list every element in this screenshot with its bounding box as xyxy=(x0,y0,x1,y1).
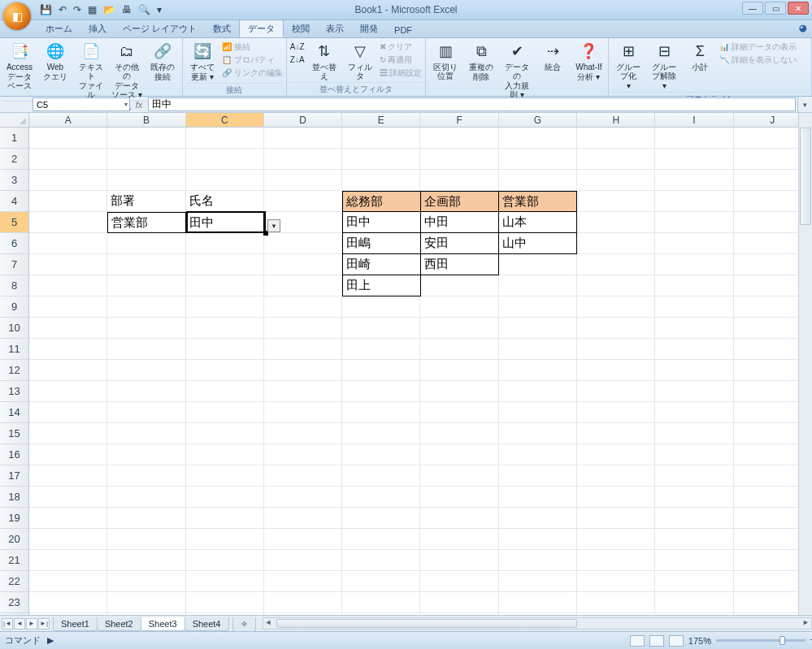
ribbon-btn-データの[interactable]: ✔ データの入力規則 ▾ xyxy=(501,41,533,101)
cell-G20[interactable] xyxy=(499,529,577,550)
horizontal-scroll-thumb[interactable] xyxy=(276,619,578,628)
cell-B2[interactable] xyxy=(107,149,185,170)
cell-D20[interactable] xyxy=(264,529,342,550)
tab-nav-next-icon[interactable]: ► xyxy=(26,618,37,630)
cell-B23[interactable] xyxy=(107,592,185,613)
cell-H16[interactable] xyxy=(577,444,655,465)
cell-H3[interactable] xyxy=(577,170,655,191)
cell-F7[interactable]: 西田 xyxy=(421,254,499,275)
cell-I18[interactable] xyxy=(655,487,733,508)
cell-E5[interactable]: 田中 xyxy=(342,212,420,233)
cell-E13[interactable] xyxy=(342,381,420,402)
cell-D2[interactable] xyxy=(264,149,342,170)
cell-A18[interactable] xyxy=(29,487,107,508)
cell-D13[interactable] xyxy=(264,381,342,402)
cell-H10[interactable] xyxy=(577,318,655,339)
cell-E3[interactable] xyxy=(342,170,420,191)
cell-G1[interactable] xyxy=(499,128,577,149)
cell-E1[interactable] xyxy=(342,128,420,149)
cell-F12[interactable] xyxy=(420,360,498,381)
cell-I7[interactable] xyxy=(655,254,733,275)
cell-E15[interactable] xyxy=(342,423,420,444)
cell-G7[interactable] xyxy=(499,254,577,275)
cell-G5[interactable]: 山本 xyxy=(499,212,577,233)
cell-A19[interactable] xyxy=(29,508,107,529)
sort-az[interactable]: A↓Z xyxy=(290,41,305,54)
cell-C3[interactable] xyxy=(186,170,264,191)
cell-C13[interactable] xyxy=(186,381,264,402)
row-header-7[interactable]: 7 xyxy=(0,254,29,275)
fx-icon[interactable]: fx xyxy=(130,97,148,112)
cell-F20[interactable] xyxy=(420,529,498,550)
cell-C15[interactable] xyxy=(186,423,264,444)
zoom-slider[interactable] xyxy=(716,639,805,642)
cell-I22[interactable] xyxy=(655,571,733,592)
cell-H6[interactable] xyxy=(577,233,655,254)
cell-C14[interactable] xyxy=(186,402,264,423)
sheet-tab-Sheet2[interactable]: Sheet2 xyxy=(97,617,141,631)
cell-E6[interactable]: 田嶋 xyxy=(342,233,420,254)
ribbon-tab-校閲[interactable]: 校閲 xyxy=(284,20,318,37)
cell-E4[interactable]: 総務部 xyxy=(342,191,420,212)
cell-F18[interactable] xyxy=(420,487,498,508)
cell-A12[interactable] xyxy=(29,360,107,381)
cell-C20[interactable] xyxy=(186,529,264,550)
cell-I4[interactable] xyxy=(655,191,733,212)
cell-E19[interactable] xyxy=(342,508,420,529)
cell-B21[interactable] xyxy=(107,550,185,571)
cell-G16[interactable] xyxy=(499,444,577,465)
tab-nav-first-icon[interactable]: |◄ xyxy=(2,618,13,630)
ribbon-btn-フィルタ[interactable]: ▽ フィルタ xyxy=(344,41,376,82)
cell-H20[interactable] xyxy=(577,529,655,550)
cell-G11[interactable] xyxy=(499,339,577,360)
cell-I1[interactable] xyxy=(655,128,733,149)
cell-B8[interactable] xyxy=(107,275,185,296)
row-headers[interactable]: 123456789101112131415161718192021222324 xyxy=(0,128,29,615)
cell-H18[interactable] xyxy=(577,487,655,508)
cell-E9[interactable] xyxy=(342,296,420,318)
qat-preview-icon[interactable]: 🔍 xyxy=(136,3,153,16)
cell-C19[interactable] xyxy=(186,508,264,529)
cell-I15[interactable] xyxy=(655,423,733,444)
cell-F21[interactable] xyxy=(420,550,498,571)
cell-F19[interactable] xyxy=(420,508,498,529)
cell-F9[interactable] xyxy=(420,296,498,318)
row-header-5[interactable]: 5 xyxy=(0,212,29,233)
cell-A16[interactable] xyxy=(29,444,107,465)
sheet-tab-Sheet1[interactable]: Sheet1 xyxy=(53,617,98,631)
ribbon-tab-データ[interactable]: データ xyxy=(239,19,284,37)
ribbon-small[interactable]: ↻ 再適用 xyxy=(380,54,423,67)
ribbon-btn-並べ替え[interactable]: ⇅ 並べ替え xyxy=(308,41,341,82)
cell-F15[interactable] xyxy=(420,423,498,444)
cell-I3[interactable] xyxy=(655,170,733,191)
cell-B15[interactable] xyxy=(107,423,185,444)
cell-F8[interactable] xyxy=(421,275,499,296)
row-header-18[interactable]: 18 xyxy=(0,487,29,508)
expand-formula-icon[interactable]: ▾ xyxy=(797,97,812,112)
cell-B19[interactable] xyxy=(107,508,185,529)
sheet-tab-Sheet3[interactable]: Sheet3 xyxy=(141,617,185,631)
validation-dropdown-icon[interactable]: ▼ xyxy=(267,219,280,232)
cell-H7[interactable] xyxy=(577,254,655,275)
row-header-4[interactable]: 4 xyxy=(0,191,29,212)
cell-I5[interactable] xyxy=(655,212,733,233)
row-header-21[interactable]: 21 xyxy=(0,550,29,571)
cell-F23[interactable] xyxy=(420,592,498,613)
sort-za[interactable]: Z↓A xyxy=(290,54,305,67)
qat-more-icon[interactable]: ▾ xyxy=(154,3,164,16)
vertical-scrollbar[interactable] xyxy=(798,113,812,615)
cells-area[interactable]: 部署氏名総務部企画部営業部営業部田中田中中田山本田嶋安田山中田崎西田田上▼ xyxy=(29,128,812,615)
cell-G23[interactable] xyxy=(499,592,577,613)
cell-B5[interactable]: 営業部 xyxy=(107,212,185,233)
cell-I9[interactable] xyxy=(655,296,733,318)
cell-A5[interactable] xyxy=(29,212,107,233)
cell-H4[interactable] xyxy=(577,191,655,212)
row-header-3[interactable]: 3 xyxy=(0,170,29,191)
cell-I19[interactable] xyxy=(655,508,733,529)
cell-D3[interactable] xyxy=(264,170,342,191)
cell-D19[interactable] xyxy=(264,508,342,529)
horizontal-scrollbar[interactable] xyxy=(263,617,813,630)
cell-B11[interactable] xyxy=(107,339,185,360)
qat-new-icon[interactable]: ▦ xyxy=(85,3,99,16)
ribbon-btn-区切り位置[interactable]: ▥ 区切り位置 xyxy=(429,41,462,82)
